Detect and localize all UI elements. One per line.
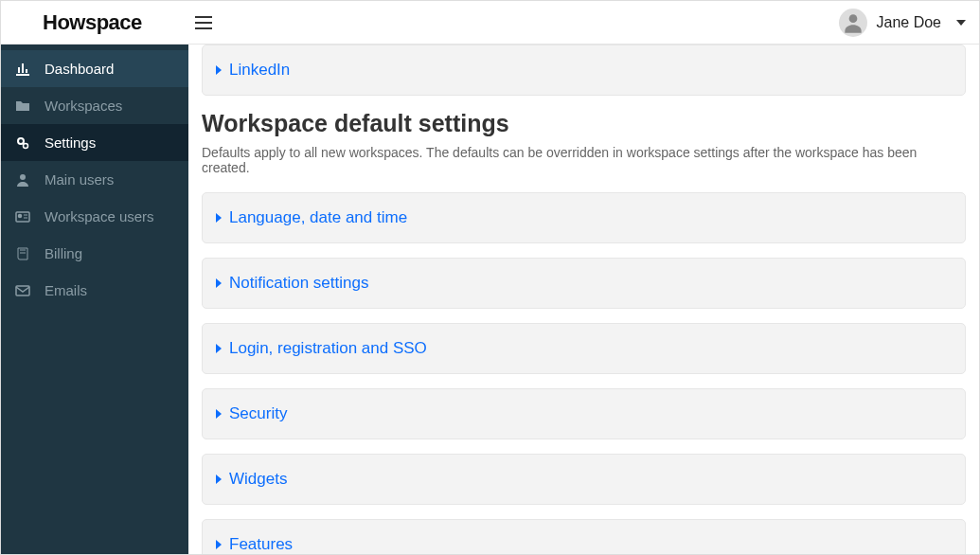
- panel-login[interactable]: Login, registration and SSO: [202, 323, 966, 374]
- sidebar-item-dashboard[interactable]: Dashboard: [1, 50, 188, 87]
- sidebar-item-label: Workspaces: [45, 98, 122, 114]
- panel-language[interactable]: Language, date and time: [202, 192, 966, 243]
- panel-label: Security: [229, 404, 287, 423]
- sidebar-item-emails[interactable]: Emails: [1, 272, 188, 309]
- panel-label: Notification settings: [229, 274, 368, 293]
- panel-features[interactable]: Features: [202, 519, 966, 554]
- panel-security[interactable]: Security: [202, 388, 966, 439]
- svg-point-5: [19, 214, 22, 217]
- svg-point-2: [24, 143, 28, 148]
- sidebar-item-main-users[interactable]: Main users: [1, 161, 188, 198]
- section-description: Defaults apply to all new workspaces. Th…: [202, 145, 966, 175]
- panel-label: Login, registration and SSO: [229, 339, 427, 358]
- avatar-icon: [839, 9, 867, 37]
- svg-rect-6: [16, 286, 29, 295]
- body: Dashboard Workspaces Settings Main users: [1, 45, 979, 554]
- caret-right-icon: [216, 278, 222, 288]
- caret-down-icon: [956, 20, 966, 26]
- sidebar-item-label: Settings: [45, 134, 96, 151]
- caret-right-icon: [216, 213, 222, 223]
- sidebar-item-workspace-users[interactable]: Workspace users: [1, 198, 188, 235]
- brand-logo[interactable]: Howspace: [43, 10, 142, 35]
- sidebar-item-billing[interactable]: Billing: [1, 235, 188, 272]
- folder-icon: [14, 98, 31, 114]
- caret-right-icon: [216, 409, 222, 419]
- caret-right-icon: [216, 540, 222, 549]
- book-icon: [14, 246, 31, 261]
- panel-title: Language, date and time: [216, 208, 952, 227]
- sidebar-item-label: Emails: [45, 282, 87, 298]
- hamburger-icon[interactable]: [195, 13, 214, 32]
- sidebar-item-label: Dashboard: [45, 61, 114, 77]
- panel-label: Widgets: [229, 470, 287, 489]
- svg-point-1: [18, 138, 24, 144]
- panel-notifications[interactable]: Notification settings: [202, 258, 966, 309]
- panel-label: Features: [229, 535, 293, 554]
- caret-right-icon: [216, 65, 222, 75]
- sidebar-item-settings[interactable]: Settings: [1, 124, 188, 161]
- envelope-icon: [14, 283, 31, 298]
- panel-widgets[interactable]: Widgets: [202, 454, 966, 505]
- panel-title: Widgets: [216, 470, 952, 489]
- gears-icon: [14, 135, 31, 151]
- user-icon: [14, 172, 31, 188]
- panel-title: Notification settings: [216, 274, 952, 293]
- panel-title: Login, registration and SSO: [216, 339, 952, 358]
- id-card-icon: [14, 209, 31, 224]
- app-root: Howspace Jane Doe Dashboard: [0, 0, 980, 555]
- caret-right-icon: [216, 474, 222, 484]
- sidebar-item-label: Workspace users: [45, 208, 154, 224]
- sidebar-item-workspaces[interactable]: Workspaces: [1, 87, 188, 124]
- panel-linkedin[interactable]: LinkedIn: [202, 45, 966, 96]
- sidebar-item-label: Billing: [45, 245, 82, 261]
- main-content: LinkedIn Workspace default settings Defa…: [188, 45, 979, 554]
- sidebar: Dashboard Workspaces Settings Main users: [1, 45, 188, 554]
- user-menu[interactable]: Jane Doe: [839, 9, 967, 37]
- svg-point-3: [20, 174, 26, 180]
- panel-label: LinkedIn: [229, 61, 290, 80]
- section-title: Workspace default settings: [202, 110, 966, 137]
- sidebar-item-label: Main users: [45, 171, 114, 188]
- user-name: Jane Doe: [877, 14, 942, 31]
- panel-title: Features: [216, 535, 952, 554]
- panel-label: Language, date and time: [229, 208, 407, 227]
- caret-right-icon: [216, 344, 222, 353]
- topbar: Howspace Jane Doe: [1, 1, 979, 45]
- svg-point-0: [848, 14, 857, 23]
- panel-title: LinkedIn: [216, 61, 952, 80]
- panel-title: Security: [216, 404, 952, 423]
- chart-icon: [14, 62, 31, 77]
